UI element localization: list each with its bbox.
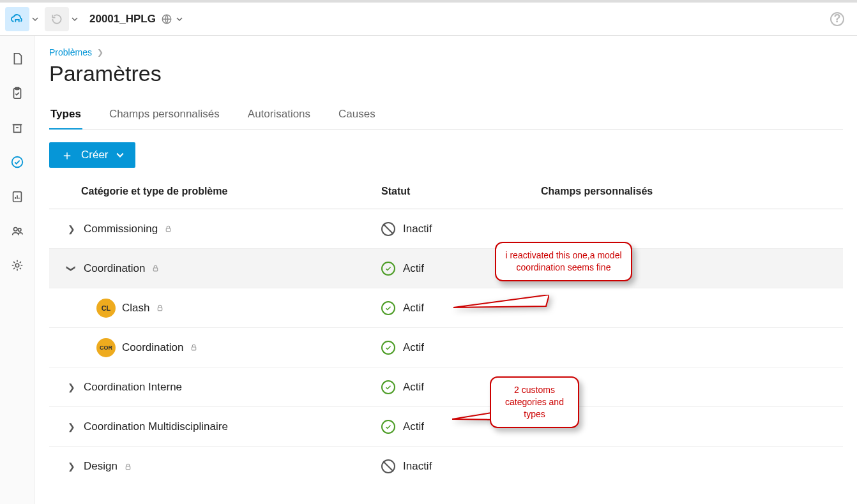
tab-custom-fields[interactable]: Champs personnalisés — [108, 104, 221, 129]
table-row[interactable]: ❯ Design Inactif — [49, 447, 843, 486]
chevron-down-icon — [32, 16, 38, 22]
nav-members-icon[interactable] — [10, 223, 25, 239]
tabs: Types Champs personnalisés Autorisations… — [49, 104, 843, 130]
category-label: Commissioning — [84, 223, 158, 235]
lock-icon — [151, 264, 160, 272]
project-dropdown[interactable] — [176, 16, 189, 22]
status-label: Actif — [403, 262, 424, 275]
svg-marker-14 — [453, 295, 549, 308]
main-content: Problèmes ❯ Paramètres Types Champs pers… — [35, 36, 857, 504]
breadcrumb-root[interactable]: Problèmes — [49, 47, 92, 57]
cloud-home-icon — [10, 12, 24, 26]
status-label: Actif — [403, 381, 424, 394]
types-table: Catégorie et type de problème Statut Cha… — [49, 186, 843, 486]
top-bar: 20001_HPLG ? — [0, 0, 857, 36]
svg-rect-3 — [14, 124, 21, 132]
status-active-icon — [381, 380, 395, 394]
status-active-icon — [381, 301, 395, 315]
table-header: Catégorie et type de problème Statut Cha… — [49, 186, 843, 209]
chevron-right-icon[interactable]: ❯ — [66, 461, 77, 471]
callout-text: 2 customs categories and types — [505, 385, 564, 419]
svg-rect-12 — [192, 347, 197, 350]
status-active-icon — [381, 420, 395, 434]
header-category: Catégorie et type de problème — [49, 186, 381, 197]
status-label: Actif — [403, 420, 424, 433]
home-button[interactable] — [5, 7, 29, 31]
lock-icon — [164, 225, 172, 233]
status-label: Inactif — [403, 223, 432, 235]
left-nav-rail — [0, 36, 35, 504]
table-row[interactable]: ❯ Commissioning Inactif — [49, 209, 843, 249]
chevron-right-icon: ❯ — [97, 48, 103, 57]
help-button[interactable]: ? — [830, 12, 844, 26]
page-title: Paramètres — [49, 61, 843, 86]
nav-report-icon[interactable] — [10, 189, 25, 204]
annotation-callout-2: 2 customs categories and types — [490, 376, 579, 428]
chevron-right-icon[interactable]: ❯ — [66, 224, 77, 234]
plus-icon: ＋ — [61, 149, 73, 161]
svg-point-8 — [15, 263, 19, 267]
tab-causes[interactable]: Causes — [337, 104, 377, 129]
status-inactive-icon — [381, 459, 395, 473]
lock-icon — [156, 304, 164, 312]
back-button[interactable] — [45, 7, 69, 31]
chevron-right-icon[interactable]: ❯ — [66, 422, 77, 432]
table-row[interactable]: COR Coordination Actif — [49, 328, 843, 367]
chevron-down-icon — [116, 151, 124, 159]
nav-settings-icon[interactable] — [10, 258, 25, 273]
chevron-down-icon — [72, 16, 78, 22]
table-row[interactable]: CL Clash Actif — [49, 288, 843, 328]
create-button[interactable]: ＋ Créer — [49, 142, 135, 168]
type-badge: COR — [96, 338, 116, 357]
type-label: Coordination — [122, 341, 183, 354]
back-dropdown[interactable] — [72, 16, 84, 22]
chevron-down-icon[interactable]: ❯ — [66, 263, 77, 274]
callout-text: i reactivated this one,a model coordinat… — [505, 250, 621, 272]
table-row[interactable]: ❯ Coordination Actif — [49, 249, 843, 288]
svg-point-7 — [18, 228, 21, 232]
status-label: Actif — [403, 302, 424, 315]
home-dropdown[interactable] — [32, 16, 45, 22]
svg-rect-10 — [154, 268, 158, 271]
tab-permissions[interactable]: Autorisations — [246, 104, 312, 129]
category-label: Coordination Multidisciplinaire — [84, 420, 228, 433]
type-badge: CL — [96, 299, 116, 318]
status-label: Actif — [403, 341, 424, 354]
category-label: Coordination — [84, 262, 145, 275]
status-active-icon — [381, 341, 395, 355]
status-label: Inactif — [403, 460, 432, 473]
annotation-callout-1: i reactivated this one,a model coordinat… — [495, 242, 632, 281]
svg-rect-9 — [166, 228, 171, 232]
nav-check-icon[interactable] — [10, 154, 25, 170]
tab-types[interactable]: Types — [49, 104, 82, 130]
header-custom: Champs personnalisés — [541, 186, 843, 197]
chevron-right-icon[interactable]: ❯ — [66, 382, 77, 392]
table-row[interactable]: ❯ Coordination Interne Actif — [49, 367, 843, 407]
status-active-icon — [381, 262, 395, 276]
header-status: Statut — [381, 186, 541, 197]
nav-file-icon[interactable] — [10, 51, 25, 66]
type-label: Clash — [122, 302, 149, 315]
nav-archive-icon[interactable] — [10, 120, 25, 135]
create-button-label: Créer — [81, 149, 109, 161]
category-label: Coordination Interne — [84, 381, 182, 394]
svg-point-6 — [14, 228, 18, 232]
svg-rect-11 — [158, 308, 163, 311]
globe-icon — [161, 13, 172, 25]
nav-clipboard-icon[interactable] — [10, 85, 25, 101]
lock-icon — [124, 463, 132, 471]
status-inactive-icon — [381, 222, 395, 236]
svg-point-4 — [12, 157, 23, 168]
svg-rect-13 — [126, 466, 130, 469]
category-label: Design — [84, 460, 118, 473]
chevron-down-icon — [176, 16, 183, 22]
breadcrumb: Problèmes ❯ — [49, 47, 843, 57]
project-name: 20001_HPLG — [89, 13, 156, 26]
refresh-back-icon — [50, 13, 63, 26]
lock-icon — [190, 343, 198, 352]
table-row[interactable]: ❯ Coordination Multidisciplinaire Actif — [49, 407, 843, 447]
